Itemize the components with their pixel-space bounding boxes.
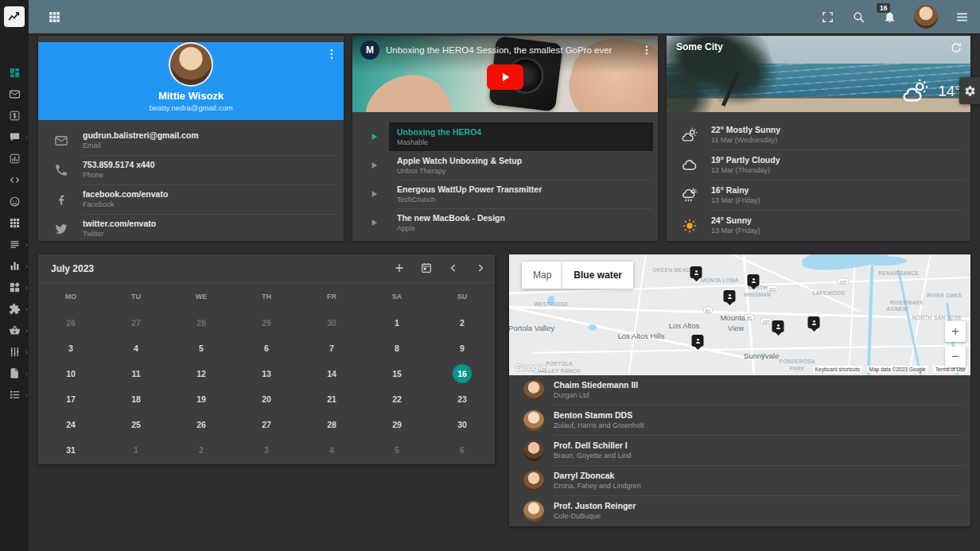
- contact-row-twitter[interactable]: twitter.com/envatoTwitter: [38, 215, 344, 244]
- calendar-day[interactable]: 1: [364, 310, 430, 336]
- calendar-day[interactable]: 5: [364, 437, 430, 463]
- hamburger-menu-icon[interactable]: [955, 10, 969, 24]
- calendar-day[interactable]: 15: [364, 361, 430, 386]
- calendar-day[interactable]: 24: [38, 412, 103, 437]
- fullscreen-icon[interactable]: [821, 10, 834, 24]
- sidebar-item-money[interactable]: [0, 105, 29, 126]
- calendar-day[interactable]: 9: [430, 336, 495, 361]
- playlist-item[interactable]: Energous WattUp Power TransmitterTechCru…: [352, 180, 658, 209]
- calendar-day[interactable]: 25: [103, 412, 169, 437]
- contact-list-item[interactable]: Prof. Juston ReingerCole-DuBuque: [509, 496, 970, 526]
- playlist-item[interactable]: Unboxing the HERO4Mashable: [352, 123, 658, 152]
- apps-grid-icon[interactable]: [48, 10, 61, 24]
- calendar-day[interactable]: 19: [169, 386, 234, 412]
- calendar-day[interactable]: 1: [103, 437, 169, 463]
- calendar-day[interactable]: 2: [430, 310, 495, 336]
- calendar-day[interactable]: 2: [169, 437, 234, 463]
- calendar-day[interactable]: 18: [103, 386, 169, 412]
- sidebar-item-file[interactable]: ›: [0, 363, 29, 384]
- app-logo[interactable]: [4, 6, 25, 27]
- settings-gear-button[interactable]: [959, 77, 980, 104]
- sidebar-item-puzzle[interactable]: ›: [0, 298, 29, 320]
- user-avatar[interactable]: [914, 5, 938, 29]
- map-button[interactable]: Map: [522, 262, 562, 289]
- kebab-menu-icon[interactable]: [325, 47, 339, 61]
- blue-water-button[interactable]: Blue water: [562, 262, 633, 289]
- calendar-day[interactable]: 12: [169, 361, 234, 386]
- search-icon[interactable]: [852, 10, 865, 24]
- refresh-icon[interactable]: [950, 41, 962, 54]
- person-map-marker[interactable]: [808, 316, 820, 328]
- calendar-day[interactable]: 27: [103, 310, 169, 336]
- sidebar-item-basket[interactable]: ›: [0, 320, 29, 341]
- contact-row-facebook[interactable]: facebook.com/envatoFacebook: [38, 185, 344, 215]
- calendar-day[interactable]: 26: [169, 412, 234, 437]
- calendar-day[interactable]: 17: [38, 386, 103, 412]
- calendar-day[interactable]: 26: [38, 310, 103, 336]
- person-map-marker[interactable]: [690, 266, 702, 278]
- sidebar-item-columns[interactable]: ›: [0, 255, 29, 277]
- sidebar-item-code[interactable]: [0, 169, 29, 191]
- person-map-marker[interactable]: [724, 290, 736, 302]
- contact-row-email[interactable]: gudrun.balistreri@gmail.comEmail: [38, 126, 344, 156]
- calendar-day[interactable]: 27: [234, 412, 299, 437]
- sidebar-item-email[interactable]: [0, 83, 29, 105]
- contact-row-phone[interactable]: 753.859.5174 x440Phone: [38, 156, 344, 185]
- sidebar-item-chat[interactable]: ›: [0, 126, 29, 148]
- calendar-day[interactable]: 4: [103, 336, 169, 361]
- calendar-day[interactable]: 10: [38, 361, 103, 386]
- playlist-item[interactable]: Apple Watch Unboxing & SetupUnbox Therap…: [352, 152, 658, 180]
- notifications-button[interactable]: 16: [883, 10, 896, 24]
- youtube-play-button[interactable]: [487, 64, 523, 90]
- map-zoom-out-button[interactable]: −: [945, 347, 966, 367]
- calendar-day[interactable]: 4: [299, 437, 364, 463]
- calendar-day[interactable]: 8: [364, 336, 430, 361]
- calendar-day[interactable]: 31: [38, 437, 103, 463]
- calendar-day[interactable]: 6: [430, 437, 495, 463]
- calendar-day[interactable]: 3: [234, 437, 299, 463]
- sidebar-item-chart[interactable]: [0, 148, 29, 169]
- calendar-day[interactable]: 7: [299, 336, 364, 361]
- calendar-day[interactable]: 5: [169, 336, 234, 361]
- keyboard-shortcuts-link[interactable]: Keyboard shortcuts: [813, 366, 862, 373]
- add-event-icon[interactable]: [393, 262, 406, 274]
- sidebar-item-apps[interactable]: [0, 212, 29, 234]
- calendar-day[interactable]: 16: [430, 361, 495, 386]
- kebab-menu-icon[interactable]: [640, 44, 653, 56]
- person-map-marker[interactable]: [748, 274, 760, 286]
- calendar-day[interactable]: 29: [234, 310, 299, 336]
- calendar-day[interactable]: 3: [38, 336, 103, 361]
- prev-month-icon[interactable]: [447, 262, 460, 274]
- sidebar-item-face[interactable]: [0, 191, 29, 212]
- sidebar-item-list[interactable]: ›: [0, 384, 29, 405]
- google-logo[interactable]: Google: [515, 363, 546, 372]
- playlist-item[interactable]: The new MacBook - DesignApple: [352, 209, 658, 238]
- calendar-day[interactable]: 22: [364, 386, 430, 412]
- calendar-day[interactable]: 23: [430, 386, 495, 412]
- contact-list-item[interactable]: Prof. Dell Schiller IBraun, Goyette and …: [509, 436, 970, 466]
- contact-list-item[interactable]: Darryl ZboncakCrona, Fahey and Lindgren: [509, 466, 970, 496]
- calendar-day[interactable]: 28: [169, 310, 234, 336]
- calendar-day[interactable]: 14: [299, 361, 364, 386]
- calendar-day[interactable]: 11: [103, 361, 169, 386]
- calendar-today-icon[interactable]: [420, 262, 433, 274]
- person-map-marker[interactable]: [692, 335, 704, 347]
- calendar-day[interactable]: 30: [299, 310, 364, 336]
- calendar-day[interactable]: 30: [430, 412, 495, 437]
- contact-list-item[interactable]: Chaim Stiedemann IIIDurgan Ltd: [509, 375, 970, 405]
- map-zoom-in-button[interactable]: +: [945, 321, 966, 342]
- calendar-day[interactable]: 6: [234, 336, 299, 361]
- calendar-day[interactable]: 21: [299, 386, 364, 412]
- contact-list-item[interactable]: Benton Stamm DDSZulauf, Harris and Green…: [509, 405, 970, 436]
- next-month-icon[interactable]: [474, 262, 487, 274]
- person-map-marker[interactable]: [772, 320, 784, 332]
- sidebar-item-tune[interactable]: ›: [0, 341, 29, 363]
- sidebar-item-headline[interactable]: ›: [0, 234, 29, 255]
- sidebar-item-dashboard[interactable]: [0, 62, 29, 83]
- video-player[interactable]: M Unboxing the HERO4 Session, the smalle…: [352, 36, 658, 112]
- calendar-day[interactable]: 13: [234, 361, 299, 386]
- calendar-day[interactable]: 28: [299, 412, 364, 437]
- calendar-day[interactable]: 29: [364, 412, 430, 437]
- calendar-day[interactable]: 20: [234, 386, 299, 412]
- google-map[interactable]: Map Blue water + − Google Keyboard short…: [509, 254, 970, 375]
